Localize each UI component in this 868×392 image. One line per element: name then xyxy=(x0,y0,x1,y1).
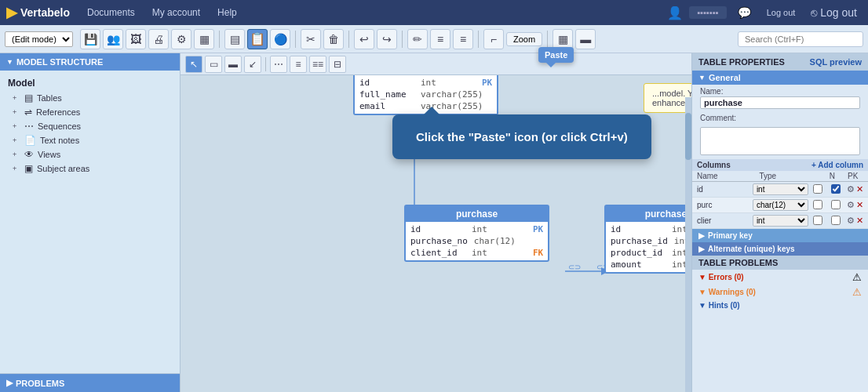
print-button[interactable]: 🖨 xyxy=(148,29,169,49)
table-tool[interactable]: ▬ xyxy=(224,56,242,73)
general-section[interactable]: ▼ General xyxy=(692,71,868,85)
col-n-client-id xyxy=(808,216,827,227)
corner-button[interactable]: ⌐ xyxy=(483,29,504,49)
name-value[interactable]: purchase xyxy=(700,96,860,109)
sep6 xyxy=(547,31,548,48)
table-purchase-item[interactable]: purchase_item id int PK purchase_id int … xyxy=(604,205,691,274)
big-tooltip-popup: Click the "Paste" icon (or click Ctrl+v) xyxy=(392,114,651,159)
logout-button[interactable]: Log out xyxy=(762,6,801,19)
sep5 xyxy=(478,31,479,48)
chat-icon[interactable]: 💬 xyxy=(733,5,756,20)
redo-button[interactable]: ↪ xyxy=(377,29,397,49)
cut-button[interactable]: ✂ xyxy=(301,29,321,49)
delete-button[interactable]: 🗑 xyxy=(323,29,344,49)
col-pk-client-id xyxy=(826,216,845,227)
format-tool[interactable]: ≡≡ xyxy=(309,56,326,73)
user-icon[interactable]: 👤 xyxy=(667,5,683,20)
image-button[interactable]: 🖼 xyxy=(126,29,146,49)
sidebar-item-subjectareas[interactable]: + ▣ Subject areas xyxy=(0,162,180,176)
line-tool[interactable]: ↙ xyxy=(244,56,261,73)
primary-key-section[interactable]: ▶ Primary key xyxy=(692,229,868,242)
col-type-select-client-id[interactable]: int xyxy=(753,215,808,227)
sidebar-item-tables[interactable]: + ▤ Tables xyxy=(0,91,180,105)
format2-button[interactable]: ≡ xyxy=(453,29,473,49)
nav-my-account[interactable]: My account xyxy=(144,4,208,21)
undo-button[interactable]: ↩ xyxy=(354,29,374,49)
nav-documents[interactable]: Documents xyxy=(79,4,143,21)
table-row: amount int xyxy=(611,259,691,270)
distribute-tool[interactable]: ≡ xyxy=(290,56,307,73)
main-toolbar: (Edit mode) 💾 👥 🖼 🖨 ⚙ ▦ ▤ 📋 Paste 🔵 ✂ 🗑 … xyxy=(0,25,868,53)
col-type-purchase-no[interactable]: char(12) xyxy=(753,199,808,211)
col-type-select-purchase-no[interactable]: char(12) xyxy=(753,199,808,211)
comment-textarea[interactable] xyxy=(700,127,860,155)
sidebar-item-views[interactable]: + 👁 Views xyxy=(0,147,180,162)
table-purchase[interactable]: purchase id int PK purchase_no char(12) … xyxy=(404,205,549,262)
logout-icon[interactable]: ⎋ Log out xyxy=(806,5,862,20)
canvas-content[interactable]: ⊂⊃ ⊂⊃ id int PK full_name varchar(255) xyxy=(181,75,691,392)
sidebar-item-references[interactable]: + ⇌ References xyxy=(0,105,180,119)
table-properties-label: TABLE PROPERTIES xyxy=(698,57,785,67)
edit-mode-select[interactable]: (Edit mode) xyxy=(5,31,73,47)
warnings-label[interactable]: ▼ Warnings (0) xyxy=(698,288,756,296)
logo[interactable]: ▶ Vertabelo xyxy=(6,4,70,21)
col-row-purchase-no: purc char(12) ⚙ ✕ xyxy=(692,198,868,213)
users-button[interactable]: 👥 xyxy=(103,29,123,49)
hints-label[interactable]: ▼ Hints (0) xyxy=(698,301,740,310)
zoom-button[interactable]: Zoom xyxy=(506,32,542,46)
col-type-id[interactable]: int xyxy=(753,183,808,195)
views-expand: + xyxy=(13,151,20,158)
left-sidebar: ▼ MODEL STRUCTURE Model + ▤ Tables + ⇌ R… xyxy=(0,53,181,392)
table-purchase-item-header: purchase_item xyxy=(606,206,691,222)
alt-keys-section[interactable]: ▶ Alternate (unique) keys xyxy=(692,242,868,256)
canvas-scrollbar[interactable] xyxy=(685,97,691,392)
col-gear-purchase-no[interactable]: ⚙ xyxy=(847,200,855,210)
top-nav: ▶ Vertabelo Documents My account Help 👤 … xyxy=(0,0,868,25)
scrollbar-thumb[interactable] xyxy=(685,113,691,160)
rect-tool[interactable]: ▭ xyxy=(205,56,222,73)
format-button[interactable]: ≡ xyxy=(430,29,450,49)
table-purchase-body: id int PK purchase_no char(12) client_id… xyxy=(406,222,548,260)
nav-help[interactable]: Help xyxy=(210,4,245,21)
sidebar-item-textnotes[interactable]: + 📄 Text notes xyxy=(0,133,180,147)
search-input[interactable] xyxy=(738,31,863,47)
hatching-tool[interactable]: ⊟ xyxy=(329,56,346,73)
paste-button[interactable]: 📋 Paste xyxy=(247,29,268,49)
comment-field: Comment: xyxy=(692,111,868,125)
warnings-text: Warnings (0) xyxy=(709,288,756,296)
grid-button[interactable]: ▦ xyxy=(194,29,214,49)
align-tool[interactable]: ⋯ xyxy=(270,56,287,73)
model-structure-header[interactable]: ▼ MODEL STRUCTURE xyxy=(0,53,180,71)
errors-label[interactable]: ▼ Errors (0) xyxy=(698,273,744,281)
col-type-client-id[interactable]: int xyxy=(753,215,808,227)
username-display: ▪▪▪▪▪▪▪ xyxy=(689,6,726,19)
object-button[interactable]: 🔵 xyxy=(270,29,290,49)
select-tool[interactable]: ↖ xyxy=(185,56,202,73)
problems-section[interactable]: ▶ PROBLEMS xyxy=(0,373,180,392)
sql-preview-link[interactable]: SQL preview xyxy=(810,57,862,67)
col-type-select-id[interactable]: int xyxy=(753,183,808,195)
sidebar-item-sequences[interactable]: + ⋯ Sequences xyxy=(0,119,180,133)
settings-button[interactable]: ⚙ xyxy=(171,29,191,49)
model-root: Model xyxy=(0,75,180,91)
col-delete-purchase-no[interactable]: ✕ xyxy=(856,200,863,210)
col-gear-id[interactable]: ⚙ xyxy=(847,184,855,194)
add-column-button[interactable]: + Add column xyxy=(811,161,863,169)
col-delete-client-id[interactable]: ✕ xyxy=(856,216,863,226)
table-properties-header: TABLE PROPERTIES SQL preview xyxy=(692,53,868,71)
save-button[interactable]: 💾 xyxy=(80,29,100,49)
layout2-button[interactable]: ▬ xyxy=(575,29,596,49)
col-row-client-id: clier int ⚙ ✕ xyxy=(692,213,868,229)
table-purchase-item-body: id int PK purchase_id int FK product_id … xyxy=(606,222,691,272)
col-gear-client-id[interactable]: ⚙ xyxy=(847,216,855,226)
layout1-button[interactable]: ▦ xyxy=(553,29,573,49)
edit-button[interactable]: ✏ xyxy=(407,29,428,49)
alt-keys-label: Alternate (unique) keys xyxy=(708,245,795,253)
sep1 xyxy=(219,31,220,48)
table-button[interactable]: ▤ xyxy=(224,29,245,49)
col-title-type: Type xyxy=(760,172,822,180)
col-title-name: Name xyxy=(697,172,760,180)
col-delete-id[interactable]: ✕ xyxy=(856,184,863,194)
comment-textarea-container xyxy=(692,125,868,159)
warnings-row: ▼ Warnings (0) ⚠ xyxy=(692,285,868,299)
